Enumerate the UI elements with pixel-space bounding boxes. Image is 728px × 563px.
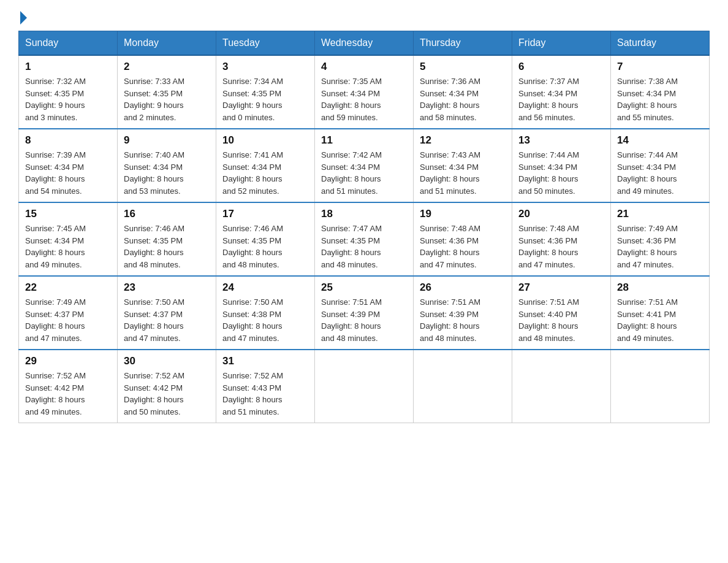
- day-number: 22: [25, 282, 111, 294]
- day-number: 30: [124, 355, 210, 367]
- day-number: 2: [124, 61, 210, 73]
- day-number: 12: [420, 134, 506, 147]
- calendar-cell: 20Sunrise: 7:48 AMSunset: 4:36 PMDayligh…: [512, 202, 611, 276]
- day-info: Sunrise: 7:37 AMSunset: 4:34 PMDaylight:…: [518, 75, 604, 123]
- page-header: [18, 12, 710, 25]
- calendar-cell: 16Sunrise: 7:46 AMSunset: 4:35 PMDayligh…: [118, 202, 216, 276]
- day-number: 25: [321, 282, 407, 294]
- weekday-header-row: SundayMondayTuesdayWednesdayThursdayFrid…: [19, 31, 710, 56]
- day-number: 9: [124, 134, 210, 147]
- calendar-cell: 26Sunrise: 7:51 AMSunset: 4:39 PMDayligh…: [414, 276, 512, 350]
- day-number: 1: [25, 61, 111, 73]
- day-number: 11: [321, 134, 407, 147]
- logo: [18, 12, 27, 25]
- day-number: 14: [617, 134, 703, 147]
- day-number: 20: [518, 208, 604, 220]
- calendar-cell: 10Sunrise: 7:41 AMSunset: 4:34 PMDayligh…: [216, 129, 315, 202]
- day-info: Sunrise: 7:38 AMSunset: 4:34 PMDaylight:…: [617, 75, 703, 123]
- calendar-cell: [512, 350, 611, 423]
- calendar-week-row: 29Sunrise: 7:52 AMSunset: 4:42 PMDayligh…: [19, 350, 710, 423]
- day-number: 18: [321, 208, 407, 220]
- day-info: Sunrise: 7:52 AMSunset: 4:42 PMDaylight:…: [124, 370, 210, 418]
- logo-general-text: [18, 12, 27, 25]
- calendar-cell: 2Sunrise: 7:33 AMSunset: 4:35 PMDaylight…: [118, 55, 216, 129]
- calendar-cell: 1Sunrise: 7:32 AMSunset: 4:35 PMDaylight…: [19, 55, 118, 129]
- day-number: 23: [124, 282, 210, 294]
- day-info: Sunrise: 7:51 AMSunset: 4:41 PMDaylight:…: [617, 296, 703, 344]
- day-number: 31: [222, 355, 308, 367]
- weekday-header-saturday: Saturday: [611, 31, 710, 56]
- day-info: Sunrise: 7:52 AMSunset: 4:43 PMDaylight:…: [222, 370, 308, 418]
- day-number: 8: [25, 134, 111, 147]
- calendar-cell: 4Sunrise: 7:35 AMSunset: 4:34 PMDaylight…: [315, 55, 414, 129]
- day-info: Sunrise: 7:34 AMSunset: 4:35 PMDaylight:…: [222, 75, 308, 123]
- calendar-cell: 28Sunrise: 7:51 AMSunset: 4:41 PMDayligh…: [611, 276, 710, 350]
- calendar-cell: 13Sunrise: 7:44 AMSunset: 4:34 PMDayligh…: [512, 129, 611, 202]
- calendar-table: SundayMondayTuesdayWednesdayThursdayFrid…: [18, 31, 710, 423]
- calendar-cell: 6Sunrise: 7:37 AMSunset: 4:34 PMDaylight…: [512, 55, 611, 129]
- calendar-cell: 3Sunrise: 7:34 AMSunset: 4:35 PMDaylight…: [216, 55, 315, 129]
- calendar-cell: 11Sunrise: 7:42 AMSunset: 4:34 PMDayligh…: [315, 129, 414, 202]
- day-number: 24: [222, 282, 308, 294]
- calendar-cell: 23Sunrise: 7:50 AMSunset: 4:37 PMDayligh…: [118, 276, 216, 350]
- day-number: 4: [321, 61, 407, 73]
- day-number: 5: [420, 61, 506, 73]
- weekday-header-sunday: Sunday: [19, 31, 118, 56]
- calendar-cell: 31Sunrise: 7:52 AMSunset: 4:43 PMDayligh…: [216, 350, 315, 423]
- calendar-cell: 17Sunrise: 7:46 AMSunset: 4:35 PMDayligh…: [216, 202, 315, 276]
- day-info: Sunrise: 7:40 AMSunset: 4:34 PMDaylight:…: [124, 149, 210, 197]
- logo-triangle-icon: [20, 11, 27, 25]
- weekday-header-thursday: Thursday: [414, 31, 512, 56]
- day-number: 15: [25, 208, 111, 220]
- day-number: 29: [25, 355, 111, 367]
- day-info: Sunrise: 7:43 AMSunset: 4:34 PMDaylight:…: [420, 149, 506, 197]
- day-number: 21: [617, 208, 703, 220]
- calendar-week-row: 1Sunrise: 7:32 AMSunset: 4:35 PMDaylight…: [19, 55, 710, 129]
- calendar-cell: [611, 350, 710, 423]
- calendar-week-row: 15Sunrise: 7:45 AMSunset: 4:34 PMDayligh…: [19, 202, 710, 276]
- day-info: Sunrise: 7:46 AMSunset: 4:35 PMDaylight:…: [124, 223, 210, 270]
- day-number: 7: [617, 61, 703, 73]
- calendar-week-row: 8Sunrise: 7:39 AMSunset: 4:34 PMDaylight…: [19, 129, 710, 202]
- calendar-cell: 9Sunrise: 7:40 AMSunset: 4:34 PMDaylight…: [118, 129, 216, 202]
- day-number: 28: [617, 282, 703, 294]
- calendar-cell: 19Sunrise: 7:48 AMSunset: 4:36 PMDayligh…: [414, 202, 512, 276]
- calendar-week-row: 22Sunrise: 7:49 AMSunset: 4:37 PMDayligh…: [19, 276, 710, 350]
- calendar-cell: 14Sunrise: 7:44 AMSunset: 4:34 PMDayligh…: [611, 129, 710, 202]
- day-info: Sunrise: 7:41 AMSunset: 4:34 PMDaylight:…: [222, 149, 308, 197]
- calendar-cell: 30Sunrise: 7:52 AMSunset: 4:42 PMDayligh…: [118, 350, 216, 423]
- day-info: Sunrise: 7:45 AMSunset: 4:34 PMDaylight:…: [25, 223, 111, 270]
- day-info: Sunrise: 7:35 AMSunset: 4:34 PMDaylight:…: [321, 75, 407, 123]
- day-info: Sunrise: 7:49 AMSunset: 4:36 PMDaylight:…: [617, 223, 703, 270]
- day-number: 19: [420, 208, 506, 220]
- calendar-cell: 12Sunrise: 7:43 AMSunset: 4:34 PMDayligh…: [414, 129, 512, 202]
- day-info: Sunrise: 7:39 AMSunset: 4:34 PMDaylight:…: [25, 149, 111, 197]
- day-info: Sunrise: 7:32 AMSunset: 4:35 PMDaylight:…: [25, 75, 111, 123]
- weekday-header-friday: Friday: [512, 31, 611, 56]
- weekday-header-wednesday: Wednesday: [315, 31, 414, 56]
- day-info: Sunrise: 7:49 AMSunset: 4:37 PMDaylight:…: [25, 296, 111, 344]
- calendar-cell: 7Sunrise: 7:38 AMSunset: 4:34 PMDaylight…: [611, 55, 710, 129]
- calendar-cell: 15Sunrise: 7:45 AMSunset: 4:34 PMDayligh…: [19, 202, 118, 276]
- day-info: Sunrise: 7:50 AMSunset: 4:37 PMDaylight:…: [124, 296, 210, 344]
- day-info: Sunrise: 7:44 AMSunset: 4:34 PMDaylight:…: [617, 149, 703, 197]
- calendar-cell: 21Sunrise: 7:49 AMSunset: 4:36 PMDayligh…: [611, 202, 710, 276]
- day-number: 6: [518, 61, 604, 73]
- calendar-cell: 22Sunrise: 7:49 AMSunset: 4:37 PMDayligh…: [19, 276, 118, 350]
- calendar-cell: 29Sunrise: 7:52 AMSunset: 4:42 PMDayligh…: [19, 350, 118, 423]
- calendar-cell: 25Sunrise: 7:51 AMSunset: 4:39 PMDayligh…: [315, 276, 414, 350]
- day-number: 16: [124, 208, 210, 220]
- day-number: 26: [420, 282, 506, 294]
- calendar-cell: 5Sunrise: 7:36 AMSunset: 4:34 PMDaylight…: [414, 55, 512, 129]
- day-info: Sunrise: 7:48 AMSunset: 4:36 PMDaylight:…: [518, 223, 604, 270]
- calendar-cell: 18Sunrise: 7:47 AMSunset: 4:35 PMDayligh…: [315, 202, 414, 276]
- day-info: Sunrise: 7:51 AMSunset: 4:39 PMDaylight:…: [420, 296, 506, 344]
- weekday-header-tuesday: Tuesday: [216, 31, 315, 56]
- day-info: Sunrise: 7:44 AMSunset: 4:34 PMDaylight:…: [518, 149, 604, 197]
- day-info: Sunrise: 7:52 AMSunset: 4:42 PMDaylight:…: [25, 370, 111, 418]
- day-info: Sunrise: 7:46 AMSunset: 4:35 PMDaylight:…: [222, 223, 308, 270]
- day-info: Sunrise: 7:50 AMSunset: 4:38 PMDaylight:…: [222, 296, 308, 344]
- day-info: Sunrise: 7:42 AMSunset: 4:34 PMDaylight:…: [321, 149, 407, 197]
- day-number: 3: [222, 61, 308, 73]
- calendar-cell: [315, 350, 414, 423]
